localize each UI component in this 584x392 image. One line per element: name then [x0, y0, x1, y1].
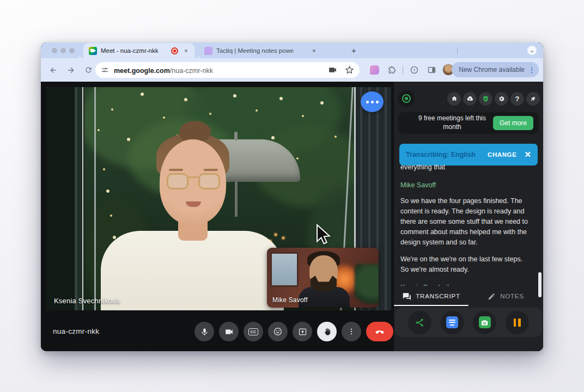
mouse-cursor — [315, 224, 331, 251]
tab-close-icon[interactable]: × — [182, 47, 190, 55]
main-name-label: Ksenia Svechnikova — [54, 297, 120, 305]
tab-notes-label: NOTES — [500, 293, 524, 299]
tab-transcript-label: TRANSCRIPT — [416, 293, 460, 299]
browser-window: Meet - nua-czmr-nkk × Tactiq | Meeting n… — [41, 42, 543, 351]
tab-notes[interactable]: NOTES — [469, 287, 543, 305]
tab-meet[interactable]: Meet - nua-czmr-nkk × — [83, 43, 194, 58]
address-bar[interactable]: meet.google.com/nua-czmr-nkk — [95, 62, 360, 78]
transcript-panel[interactable]: everything that Mike Savoff So we have t… — [400, 162, 530, 286]
summary-doc-button[interactable] — [441, 311, 464, 334]
tactiq-extension-icon[interactable] — [368, 63, 381, 76]
window-close-button[interactable] — [52, 48, 57, 53]
pause-transcription-button[interactable] — [506, 311, 529, 334]
quota-text: 9 free meetings left this month — [411, 114, 493, 131]
new-tab-button[interactable]: + — [349, 46, 358, 55]
home-icon[interactable] — [447, 92, 461, 106]
window-zoom-button[interactable] — [69, 48, 75, 53]
transcript-line: We're on the we're on the last few steps… — [400, 254, 530, 275]
url-text: meet.google.com/nua-czmr-nkk — [114, 65, 213, 75]
speaker-name: Ksenia Svechnikova — [400, 283, 530, 286]
screenshot-button[interactable] — [473, 311, 496, 334]
share-button[interactable] — [408, 311, 431, 334]
close-banner-icon[interactable]: ✕ — [524, 150, 531, 160]
cc-icon: CC — [248, 328, 258, 335]
url-domain: meet.google.com — [114, 67, 170, 75]
tactiq-status-icon — [398, 90, 415, 107]
back-button[interactable] — [46, 63, 60, 77]
shield-check-icon[interactable] — [479, 92, 492, 106]
transcribing-label: Transcribing: English — [406, 151, 476, 158]
pencil-icon — [488, 292, 496, 301]
doc-icon — [446, 316, 458, 328]
meet-page: Mike Savoff Ksenia Svechnikova nua-czmr-… — [41, 82, 543, 351]
captions-button[interactable]: CC — [244, 322, 263, 341]
quota-banner: 9 free meetings left this month Get more — [398, 112, 539, 134]
meet-favicon — [89, 47, 97, 55]
participant-video-main[interactable]: Mike Savoff Ksenia Svechnikova — [46, 87, 391, 310]
url-path: /nua-czmr-nkk — [170, 67, 213, 75]
present-screen-button[interactable] — [293, 322, 312, 341]
pip-window — [270, 252, 299, 287]
tab-tactiq[interactable]: Tactiq | Meeting notes powe × — [198, 43, 345, 58]
meeting-code: nua-czmr-nkk — [53, 327, 99, 335]
help-glyph: ? — [515, 95, 520, 103]
pip-plant — [355, 264, 379, 308]
transcript-line: So we have the four pages finished. The … — [400, 196, 530, 248]
get-more-button[interactable]: Get more — [493, 116, 533, 130]
floating-chat-bubble-icon[interactable] — [361, 91, 384, 112]
sidebar-action-bar — [395, 308, 542, 337]
change-language-button[interactable]: CHANGE — [488, 151, 516, 158]
tab-title: Tactiq | Meeting notes powe — [216, 47, 306, 54]
end-call-button[interactable] — [366, 322, 393, 341]
browser-toolbar: meet.google.com/nua-czmr-nkk — [41, 58, 543, 82]
help-icon[interactable]: ? — [510, 92, 524, 106]
ksenia-shirt — [101, 231, 284, 310]
participant-video-pip[interactable]: Mike Savoff — [267, 248, 379, 308]
chrome-update-label: New Chrome available — [459, 66, 525, 74]
side-panel-icon[interactable] — [425, 63, 438, 76]
ksenia-glasses — [167, 173, 220, 191]
forward-button[interactable] — [64, 63, 78, 77]
reload-button[interactable] — [81, 63, 95, 77]
tactiq-favicon — [204, 47, 212, 55]
tab-transcript[interactable]: TRANSCRIPT — [394, 287, 469, 305]
pause-icon — [514, 318, 521, 327]
site-settings-icon[interactable] — [101, 66, 109, 74]
bookmark-star-icon[interactable] — [345, 65, 354, 75]
tab-title: Meet - nua-czmr-nkk — [101, 47, 167, 54]
camera-icon — [479, 316, 491, 328]
meet-control-bar: nua-czmr-nkk CC — [41, 310, 394, 351]
tab-close-icon[interactable]: × — [310, 47, 318, 55]
transcript-line: everything that — [400, 162, 530, 173]
cloud-upload-icon[interactable] — [463, 92, 477, 106]
microphone-button[interactable] — [194, 322, 214, 341]
reactions-button[interactable] — [268, 322, 288, 341]
extensions-puzzle-icon[interactable] — [385, 63, 398, 76]
settings-gear-icon[interactable] — [495, 92, 508, 106]
browser-menu-kebab-icon[interactable]: ⋮ — [528, 66, 536, 74]
speaker-name: Mike Savoff — [400, 180, 530, 191]
toolbar-divider — [403, 66, 403, 74]
camera-in-use-icon[interactable] — [328, 65, 337, 75]
pin-icon[interactable] — [526, 92, 540, 106]
tab-search-chevron-icon[interactable]: ⌄ — [527, 46, 537, 55]
pip-name-label: Mike Savoff — [272, 296, 308, 304]
chrome-update-button[interactable]: New Chrome available ⋮ — [452, 62, 539, 77]
tactiq-sidebar: ? 9 free meetings left this month Get mo… — [394, 82, 543, 351]
tab-divider — [457, 47, 458, 54]
chat-bubbles-icon — [402, 292, 411, 301]
sidebar-tabs: TRANSCRIPT NOTES — [394, 287, 543, 305]
recording-indicator-icon — [171, 47, 178, 54]
raise-hand-button[interactable] — [317, 322, 337, 341]
camera-button[interactable] — [219, 322, 239, 341]
more-options-button[interactable] — [342, 322, 361, 341]
window-minimize-button[interactable] — [60, 48, 66, 53]
tab-strip: Meet - nua-czmr-nkk × Tactiq | Meeting n… — [41, 42, 543, 58]
speed-badge-icon[interactable] — [407, 63, 421, 76]
